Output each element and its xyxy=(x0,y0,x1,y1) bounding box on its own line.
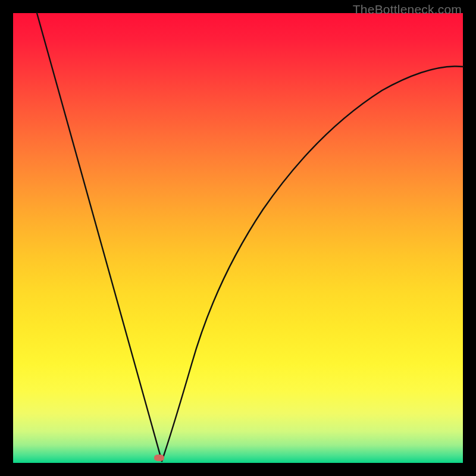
curve-left-branch xyxy=(37,13,162,461)
bottleneck-curve xyxy=(13,13,463,463)
watermark-text: TheBottleneck.com xyxy=(353,2,462,17)
curve-right-branch xyxy=(162,67,463,462)
min-point-marker xyxy=(154,455,164,461)
